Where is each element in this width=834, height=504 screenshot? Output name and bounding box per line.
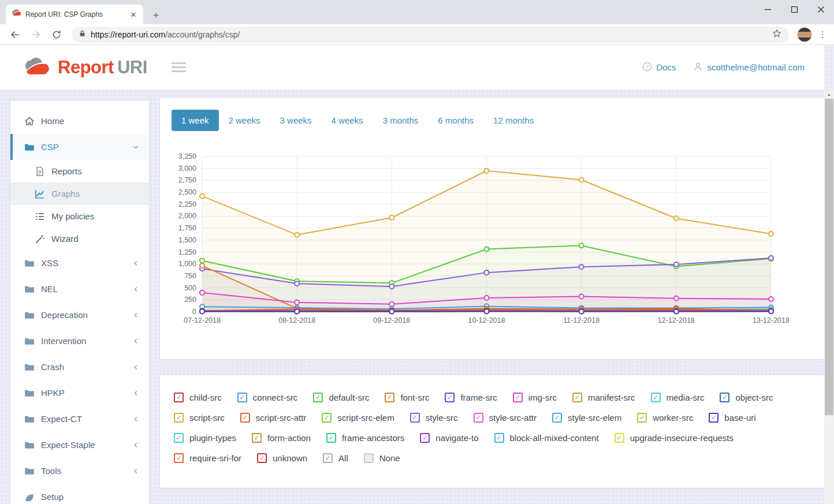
window-minimize-button[interactable] [754, 0, 781, 19]
question-circle-icon: ? [642, 62, 652, 73]
user-account-link[interactable]: scotthelme@hotmail.com [693, 62, 805, 73]
window-close-button[interactable] [807, 0, 834, 19]
checkbox-script-src-elem[interactable]: ✓ [322, 413, 332, 423]
checkbox-default-src[interactable]: ✓ [313, 393, 323, 402]
legend-item-media-src[interactable]: ✓media-src [651, 393, 705, 402]
checkbox-frame-src[interactable]: ✓ [445, 393, 455, 402]
tab-3-months[interactable]: 3 months [373, 110, 429, 131]
tab-4-weeks[interactable]: 4 weeks [322, 110, 373, 131]
checkbox-media-src[interactable]: ✓ [651, 393, 661, 402]
new-tab-button[interactable]: ＋ [149, 8, 163, 21]
reporturi-logo[interactable]: Report URI [23, 57, 147, 78]
checkbox-manifest-src[interactable]: ✓ [572, 393, 582, 402]
legend-item-child-src[interactable]: ✓child-src [174, 393, 222, 402]
legend-item-base-uri[interactable]: ✓base-uri [709, 413, 755, 423]
legend-item-plugin-types[interactable]: ✓plugin-types [174, 433, 236, 443]
legend-item-upgrade-insecure-requests[interactable]: ✓upgrade-insecure-requests [615, 433, 734, 443]
checkbox-form-action[interactable]: ✓ [252, 433, 262, 443]
tab-2-weeks[interactable]: 2 weeks [219, 110, 270, 131]
legend-item-frame-src[interactable]: ✓frame-src [445, 393, 497, 402]
checkbox-navigate-to[interactable]: ✓ [420, 433, 430, 443]
legend-item-script-src[interactable]: ✓script-src [174, 413, 225, 423]
legend-item-require-sri-for[interactable]: ✓require-sri-for [174, 453, 241, 463]
checkbox-block-all-mixed-content[interactable]: ✓ [494, 433, 504, 443]
sidebar-item-my-policies[interactable]: My policies [10, 205, 149, 227]
sidebar-item-tools[interactable]: Tools [10, 458, 149, 484]
tab-1-week[interactable]: 1 week [172, 110, 219, 131]
legend-row: ✓plugin-types✓form-action✓frame-ancestor… [174, 428, 810, 448]
tab-12-months[interactable]: 12 months [483, 110, 543, 131]
sidebar-item-expect-ct[interactable]: Expect-CT [10, 406, 149, 432]
legend-item-none[interactable]: None [364, 453, 400, 463]
hamburger-menu-icon[interactable] [172, 62, 186, 72]
sidebar-item-graphs[interactable]: Graphs [10, 182, 149, 205]
bookmark-star-icon[interactable] [772, 28, 782, 41]
checkbox-style-src-attr[interactable]: ✓ [474, 413, 483, 423]
checkbox-script-src[interactable]: ✓ [174, 413, 184, 423]
page-scrollbar[interactable]: ▲ ▼ [824, 90, 834, 504]
back-icon[interactable] [7, 27, 23, 43]
sidebar-item-deprecation[interactable]: Deprecation [10, 302, 149, 328]
legend-item-frame-ancestors[interactable]: ✓frame-ancestors [326, 433, 404, 443]
checkbox-none[interactable] [364, 453, 374, 463]
tab-3-weeks[interactable]: 3 weeks [270, 110, 322, 131]
refresh-icon[interactable] [49, 27, 65, 43]
legend-item-navigate-to[interactable]: ✓navigate-to [420, 433, 478, 443]
checkbox-unknown[interactable]: ✓ [257, 453, 267, 463]
checkbox-connect-src[interactable]: ✓ [237, 393, 247, 402]
checkbox-object-src[interactable]: ✓ [720, 393, 729, 402]
scrollbar-thumb[interactable] [825, 99, 833, 415]
legend-item-object-src[interactable]: ✓object-src [720, 393, 773, 402]
legend-item-unknown[interactable]: ✓unknown [257, 453, 307, 463]
checkbox-require-sri-for[interactable]: ✓ [174, 453, 184, 463]
legend-item-style-src-elem[interactable]: ✓style-src-elem [552, 413, 621, 423]
window-maximize-button[interactable] [781, 0, 807, 19]
legend-item-connect-src[interactable]: ✓connect-src [237, 393, 298, 402]
browser-tab[interactable]: Report URI: CSP Graphs ✕ [6, 5, 143, 24]
sidebar-item-expect-staple[interactable]: Expect-Staple [10, 432, 149, 458]
checkbox-child-src[interactable]: ✓ [174, 393, 184, 402]
forward-icon[interactable] [28, 27, 44, 43]
sidebar-item-crash[interactable]: Crash [10, 354, 149, 380]
sidebar-item-xss[interactable]: XSS [10, 250, 149, 276]
checkbox-base-uri[interactable]: ✓ [709, 413, 718, 423]
sidebar-item-hpkp[interactable]: HPKP [10, 380, 149, 406]
checkbox-img-src[interactable]: ✓ [513, 393, 523, 402]
browser-menu-icon[interactable]: ⋮ [816, 28, 829, 42]
legend-item-img-src[interactable]: ✓img-src [513, 393, 557, 402]
legend-item-script-src-attr[interactable]: ✓script-src-attr [240, 413, 307, 423]
legend-item-block-all-mixed-content[interactable]: ✓block-all-mixed-content [494, 433, 599, 443]
checkbox-style-src[interactable]: ✓ [410, 413, 420, 423]
checkbox-worker-src[interactable]: ✓ [637, 413, 647, 423]
docs-link[interactable]: ? Docs [642, 62, 676, 73]
address-bar[interactable]: https://report-uri.com/account/graphs/cs… [72, 27, 789, 43]
checkbox-plugin-types[interactable]: ✓ [174, 433, 184, 443]
checkbox-all[interactable]: ✓ [323, 453, 333, 463]
legend-item-worker-src[interactable]: ✓worker-src [637, 413, 693, 423]
checkbox-frame-ancestors[interactable]: ✓ [326, 433, 336, 443]
scrollbar-up-icon[interactable]: ▲ [824, 90, 834, 99]
sidebar-item-intervention[interactable]: Intervention [10, 328, 149, 354]
sidebar-item-nel[interactable]: NEL [10, 276, 149, 302]
tab-6-months[interactable]: 6 months [428, 110, 483, 131]
folder-icon [24, 336, 35, 346]
legend-item-all[interactable]: ✓All [323, 453, 348, 463]
checkbox-upgrade-insecure-requests[interactable]: ✓ [615, 433, 624, 443]
sidebar-item-reports[interactable]: Reports [10, 160, 149, 182]
sidebar-item-wizard[interactable]: Wizard [10, 227, 149, 250]
legend-item-manifest-src[interactable]: ✓manifest-src [572, 393, 635, 402]
sidebar-item-csp[interactable]: CSP [10, 134, 149, 160]
sidebar-item-setup[interactable]: Setup [10, 484, 149, 504]
checkbox-script-src-attr[interactable]: ✓ [240, 413, 250, 423]
sidebar-item-home[interactable]: Home [10, 108, 149, 134]
legend-item-style-src[interactable]: ✓style-src [410, 413, 458, 423]
legend-item-script-src-elem[interactable]: ✓script-src-elem [322, 413, 394, 423]
browser-profile-avatar[interactable] [797, 27, 812, 42]
checkbox-font-src[interactable]: ✓ [385, 393, 394, 402]
legend-item-form-action[interactable]: ✓form-action [252, 433, 311, 443]
tab-close-icon[interactable]: ✕ [128, 9, 139, 20]
legend-item-font-src[interactable]: ✓font-src [385, 393, 429, 402]
legend-item-style-src-attr[interactable]: ✓style-src-attr [474, 413, 537, 423]
legend-item-default-src[interactable]: ✓default-src [313, 393, 369, 402]
checkbox-style-src-elem[interactable]: ✓ [552, 413, 562, 423]
